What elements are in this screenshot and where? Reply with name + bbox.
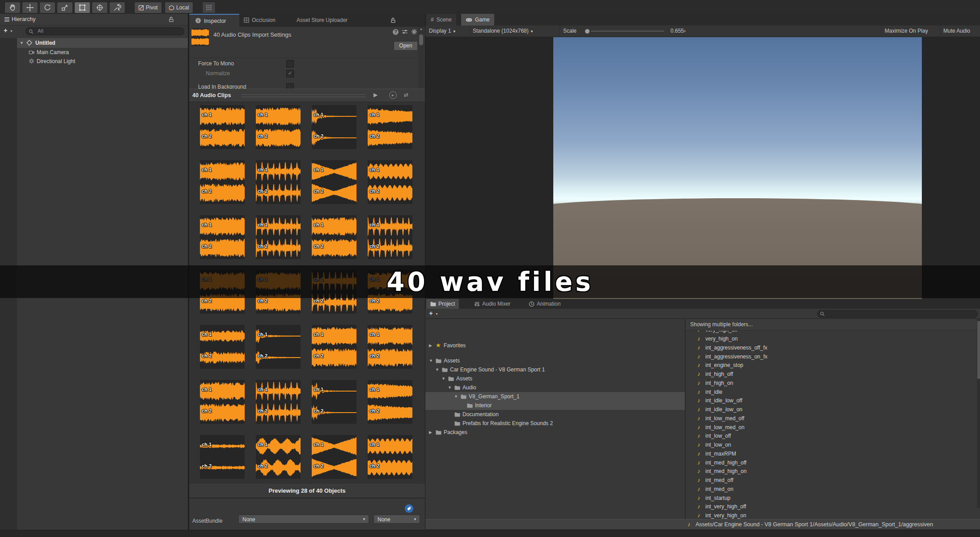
project-tree-item[interactable]: ▼Assets — [425, 374, 685, 383]
maximize-on-play-button[interactable]: Maximize On Play — [885, 28, 928, 34]
auto-play-icon[interactable]: ▶ — [389, 91, 397, 99]
expander-icon[interactable]: ▼ — [20, 38, 24, 48]
scroll-up-icon[interactable]: ▲ — [420, 27, 423, 30]
file-item[interactable]: ♪int_idle_low_on — [686, 405, 972, 414]
audio-clip-cell[interactable]: ch 1ch 2 — [200, 215, 245, 259]
file-item[interactable]: ♪int_aggressiveness_on_fx — [686, 352, 972, 361]
audio-clip-cell[interactable]: ch 1ch 2 — [200, 105, 245, 149]
file-item[interactable]: ♪very_high_on — [686, 334, 972, 343]
audio-clip-cell[interactable]: ch 1ch 2 — [256, 105, 301, 149]
tab-scene[interactable]: # Scene — [426, 14, 456, 26]
display-dropdown[interactable]: Display 1 ▼ — [429, 28, 456, 34]
rotate-tool-button[interactable] — [39, 2, 55, 13]
audio-clip-cell[interactable]: ch 1ch 2 — [312, 215, 356, 259]
tab-asset-store-uploader[interactable]: Asset Store Uploader — [297, 17, 348, 23]
project-search-input[interactable] — [817, 310, 978, 318]
snap-grid-button[interactable] — [202, 2, 216, 13]
tab-audio-mixer[interactable]: Audio Mixer — [470, 299, 514, 309]
hand-tool-button[interactable] — [4, 2, 21, 13]
file-item[interactable]: ♪int_low_on — [686, 440, 972, 449]
project-tree-item[interactable]: Documentation — [425, 410, 685, 419]
gear-icon[interactable] — [411, 29, 417, 35]
presets-icon[interactable] — [402, 29, 408, 34]
add-object-button[interactable]: + — [4, 26, 8, 34]
audio-clip-cell[interactable]: ch 1ch 2 — [312, 160, 356, 204]
preview-zoom-slider[interactable] — [242, 94, 365, 97]
audio-clip-cell[interactable]: ch 1ch 2 — [256, 380, 301, 424]
file-item[interactable]: ♪int_maxRPM — [686, 449, 972, 458]
loop-icon[interactable]: ⇄ — [404, 92, 408, 98]
audio-clip-cell[interactable]: ch 1ch 2 — [256, 325, 301, 369]
move-tool-button[interactable] — [22, 2, 38, 13]
file-item[interactable]: ♪int_med_high_on — [686, 467, 972, 476]
hierarchy-item-directional-light[interactable]: Directional Light — [17, 57, 188, 66]
assetbundle-variant-dropdown[interactable]: None ▼ — [373, 515, 420, 524]
open-button[interactable]: Open — [394, 41, 418, 51]
play-icon[interactable]: ▶ — [373, 92, 378, 98]
file-item[interactable]: ♪int_idle_low_off — [686, 396, 972, 405]
file-item[interactable]: ♪int_low_off — [686, 431, 972, 440]
expander-icon[interactable]: ▼ — [435, 365, 439, 374]
audio-clip-cell[interactable]: ch 1ch 2 — [200, 325, 245, 369]
assetbundle-dropdown[interactable]: None ▼ — [238, 515, 369, 524]
file-item[interactable]: ♪int_startup — [686, 494, 972, 503]
file-item[interactable]: ♪int_idle — [686, 388, 972, 396]
scale-slider-track[interactable] — [591, 31, 664, 31]
tab-inspector[interactable]: i Inspector — [189, 14, 239, 28]
checkbox-force-to-mono[interactable] — [286, 60, 294, 68]
audio-clip-cell[interactable]: ch 1ch 2 — [256, 160, 301, 204]
project-tree-item[interactable]: Prefabs for Realistic Engine Sounds 2 — [425, 419, 685, 428]
pivot-toggle-button[interactable]: Pivot — [134, 2, 162, 13]
project-tree-item[interactable]: ▼Assets — [425, 356, 685, 365]
local-toggle-button[interactable]: Local — [165, 2, 193, 13]
audio-clip-cell[interactable]: ch 1ch 2 — [200, 380, 245, 424]
file-item[interactable]: ♪int_low_med_off — [686, 414, 972, 423]
scale-slider-thumb[interactable] — [585, 29, 590, 34]
resolution-dropdown[interactable]: Standalone (1024x768) ▼ — [473, 28, 534, 34]
audio-clip-cell[interactable]: ch 1ch 2 — [368, 160, 412, 204]
audio-clip-cell[interactable]: ch 1ch 2 — [256, 215, 301, 259]
rect-tool-button[interactable] — [74, 2, 90, 13]
lock-icon[interactable] — [390, 17, 396, 23]
expander-icon[interactable]: ▼ — [448, 383, 452, 392]
project-tree-item[interactable]: ▼Car Engine Sound - V8 German Sport 1 — [425, 365, 685, 374]
file-item[interactable]: ♪int_med_on — [686, 485, 972, 494]
tab-game[interactable]: Game — [461, 14, 494, 26]
file-item[interactable]: ♪int_high_on — [686, 379, 972, 388]
transform-tool-button[interactable] — [92, 2, 108, 13]
expander-icon[interactable]: ▶ — [429, 341, 432, 350]
audio-clip-cell[interactable]: ch 1ch 2 — [368, 435, 412, 479]
project-tree-item[interactable]: ▼Audio — [425, 383, 685, 392]
project-tree-item[interactable]: Interior — [425, 401, 685, 410]
file-item[interactable]: ♪int_med_high_off — [686, 458, 972, 467]
file-item[interactable]: ♪very_high_off — [686, 331, 972, 334]
file-item[interactable]: ♪int_med_off — [686, 476, 972, 485]
file-item[interactable]: ♪int_high_off — [686, 370, 972, 379]
expander-icon[interactable]: ▼ — [429, 356, 433, 365]
tab-occlusion[interactable]: Occlusion — [252, 17, 276, 23]
hierarchy-item-main-camera[interactable]: Main Camera — [17, 48, 188, 57]
scale-value[interactable]: 0.655› — [670, 28, 686, 34]
file-item[interactable]: ♪int_very_high_on — [686, 511, 972, 520]
audio-clip-cell[interactable]: ch 1ch 2 — [312, 325, 356, 369]
project-tree-item[interactable]: ▼V8_German_Sport_1 — [425, 392, 685, 401]
custom-tools-button[interactable] — [109, 2, 125, 13]
expander-icon[interactable]: ▼ — [441, 374, 445, 383]
mute-audio-button[interactable]: Mute Audio — [943, 28, 970, 34]
project-tree-item[interactable]: ▶Packages — [425, 428, 685, 437]
tab-project[interactable]: Project — [426, 299, 459, 309]
create-caret-icon[interactable]: ▼ — [435, 312, 438, 315]
asset-labels-icon[interactable] — [405, 504, 413, 513]
audio-clip-cell[interactable]: ch 1ch 2 — [368, 105, 412, 149]
expander-icon[interactable]: ▼ — [454, 392, 458, 401]
file-list-scrollbar[interactable] — [977, 319, 980, 508]
tab-animation[interactable]: Animation — [525, 299, 564, 309]
scene-row[interactable]: ▼ Untitled — [17, 38, 188, 48]
create-asset-button[interactable]: + — [429, 309, 433, 317]
audio-clip-cell[interactable]: ch 1ch 2 — [200, 160, 245, 204]
audio-clip-cell[interactable]: ch 1ch 2 — [368, 380, 412, 424]
file-item[interactable]: ♪int_engine_stop — [686, 361, 972, 370]
audio-clip-cell[interactable]: ch 1ch 2 — [368, 325, 412, 369]
lock-icon[interactable] — [169, 17, 174, 22]
audio-clip-cell[interactable]: ch 1ch 2 — [312, 435, 356, 479]
